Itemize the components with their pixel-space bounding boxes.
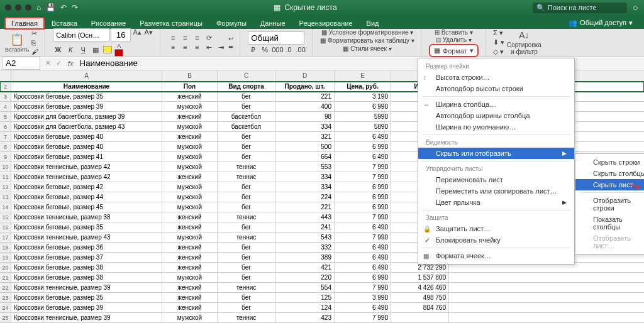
data-cell[interactable]: мужской: [162, 152, 218, 162]
data-cell[interactable]: Кроссовки беговые, размер 40: [11, 142, 162, 151]
data-cell[interactable]: 334: [275, 172, 335, 182]
data-cell[interactable]: 5890: [335, 122, 391, 131]
data-cell[interactable]: мужской: [162, 192, 218, 202]
data-cell[interactable]: 7 990: [335, 212, 391, 222]
data-cell[interactable]: 6 490: [335, 152, 391, 162]
row-header[interactable]: 11: [0, 172, 11, 182]
save-icon[interactable]: 💾: [46, 3, 55, 12]
data-cell[interactable]: 7 990: [335, 233, 391, 242]
data-cell[interactable]: Кроссовки беговые, размер 35: [11, 92, 162, 101]
row-header[interactable]: 16: [0, 222, 11, 232]
data-cell[interactable]: Кроссовки беговые, размер 41: [11, 152, 162, 162]
data-cell[interactable]: Кроссовки беговые, размер 35: [11, 293, 162, 302]
row-header[interactable]: 2: [0, 82, 11, 91]
data-cell[interactable]: 98: [275, 112, 335, 121]
sort-filter-icon[interactable]: A↓: [519, 30, 529, 40]
data-cell[interactable]: 7 990: [335, 162, 391, 172]
data-cell[interactable]: 7 990: [335, 283, 391, 292]
row-header[interactable]: 10: [0, 162, 11, 172]
data-cell[interactable]: мужской: [162, 202, 218, 212]
data-cell[interactable]: бег: [218, 243, 275, 252]
format-as-table-button[interactable]: ▦ Форматировать как таблицу ▾: [320, 37, 414, 44]
data-cell[interactable]: бег: [218, 202, 275, 212]
data-cell[interactable]: 224: [275, 192, 335, 202]
data-cell[interactable]: 221: [275, 92, 335, 101]
data-cell[interactable]: бег: [218, 192, 275, 202]
data-cell[interactable]: 554: [275, 283, 335, 292]
menu-lock-cell[interactable]: ✓Блокировать ячейку: [418, 234, 574, 246]
data-cell[interactable]: 6 490: [335, 222, 391, 232]
align-mid-icon[interactable]: ≡: [180, 34, 190, 42]
data-cell[interactable]: 125: [275, 293, 335, 302]
row-header[interactable]: 21: [0, 273, 11, 282]
data-cell[interactable]: 423: [275, 313, 335, 322]
align-right-icon[interactable]: ≡: [192, 43, 202, 52]
menu-hide-cols[interactable]: Скрыть столбцы: [575, 168, 644, 179]
col-header-d[interactable]: D: [275, 70, 335, 81]
data-cell[interactable]: 498 750: [391, 293, 449, 302]
data-cell[interactable]: 6 490: [335, 303, 391, 312]
row-header[interactable]: 20: [0, 263, 11, 272]
menu-protect-sheet[interactable]: 🔒Защитить лист…: [418, 223, 574, 234]
row-header[interactable]: 12: [0, 182, 11, 192]
data-cell[interactable]: Кроссовки беговые, размер 42: [11, 182, 162, 192]
indent-inc-icon[interactable]: ⇥: [216, 43, 226, 52]
data-cell[interactable]: Кроссовки теннисные, размер 42: [11, 172, 162, 182]
row-header[interactable]: 14: [0, 202, 11, 212]
data-cell[interactable]: Кроссовки беговые, размер 36: [11, 243, 162, 252]
name-box[interactable]: [3, 57, 40, 70]
align-bot-icon[interactable]: ≡: [192, 34, 202, 42]
merge-icon[interactable]: ⬌: [228, 43, 233, 50]
data-cell[interactable]: женский: [162, 132, 218, 141]
data-cell[interactable]: бег: [218, 102, 275, 111]
cell-styles-button[interactable]: ▦ Стили ячеек ▾: [343, 45, 391, 52]
data-cell[interactable]: женский: [162, 222, 218, 232]
data-cell[interactable]: 443: [275, 212, 335, 222]
menu-col-width[interactable]: ↔Ширина столбца…: [418, 99, 574, 110]
data-cell[interactable]: 241: [275, 222, 335, 232]
col-header-a[interactable]: A: [11, 70, 162, 81]
underline-button[interactable]: Ч: [78, 46, 88, 53]
dec-decimal-icon[interactable]: .00: [296, 46, 306, 54]
data-cell[interactable]: 5990: [335, 112, 391, 121]
data-cell[interactable]: мужской: [162, 182, 218, 192]
fill-icon[interactable]: ⬇ ▾: [493, 38, 504, 47]
cut-icon[interactable]: ✂: [31, 30, 38, 38]
font-name-select[interactable]: [53, 28, 109, 41]
data-cell[interactable]: 334: [275, 122, 335, 131]
data-cell[interactable]: 220: [275, 273, 335, 282]
header-cell[interactable]: Вид спорта: [218, 82, 275, 91]
data-cell[interactable]: [391, 313, 449, 322]
redo-icon[interactable]: ↷: [72, 3, 78, 12]
data-cell[interactable]: 221: [275, 202, 335, 212]
col-header-c[interactable]: C: [218, 70, 275, 81]
data-cell[interactable]: женский: [162, 263, 218, 272]
comma-icon[interactable]: 000: [272, 46, 282, 54]
menu-hide-show[interactable]: Скрыть или отобразить▶: [418, 148, 574, 159]
data-cell[interactable]: Кроссовки беговые, размер 37: [11, 253, 162, 262]
indent-dec-icon[interactable]: ⇤: [204, 43, 214, 52]
tab-insert[interactable]: Вставка: [45, 18, 84, 29]
data-cell[interactable]: Кроссовки беговые, размер 44: [11, 192, 162, 202]
data-cell[interactable]: 4 426 460: [391, 283, 449, 292]
data-cell[interactable]: бег: [218, 303, 275, 312]
data-cell[interactable]: 553: [275, 162, 335, 172]
data-cell[interactable]: Кроссовки беговые, размер 40: [11, 132, 162, 141]
search-input[interactable]: 🔍Поиск на листе: [533, 3, 627, 13]
data-cell[interactable]: бег: [218, 132, 275, 141]
data-cell[interactable]: баскетбол: [218, 122, 275, 131]
header-cell[interactable]: Наименование: [11, 82, 162, 91]
align-center-icon[interactable]: ≡: [180, 43, 190, 52]
format-painter-icon[interactable]: 🖌: [31, 48, 38, 55]
data-cell[interactable]: 321: [275, 132, 335, 141]
insert-cells-button[interactable]: ⊞ Вставить ▾: [435, 29, 473, 36]
data-cell[interactable]: женский: [162, 112, 218, 121]
align-top-icon[interactable]: ≡: [168, 34, 178, 42]
data-cell[interactable]: 7 990: [335, 313, 391, 322]
data-cell[interactable]: 389: [275, 253, 335, 262]
increase-font-icon[interactable]: A▴: [132, 28, 142, 41]
delete-cells-button[interactable]: ⊟ Удалить ▾: [436, 36, 472, 43]
window-controls[interactable]: [5, 4, 31, 11]
fx-icon[interactable]: fx: [64, 60, 77, 67]
header-cell[interactable]: Пол: [162, 82, 218, 91]
